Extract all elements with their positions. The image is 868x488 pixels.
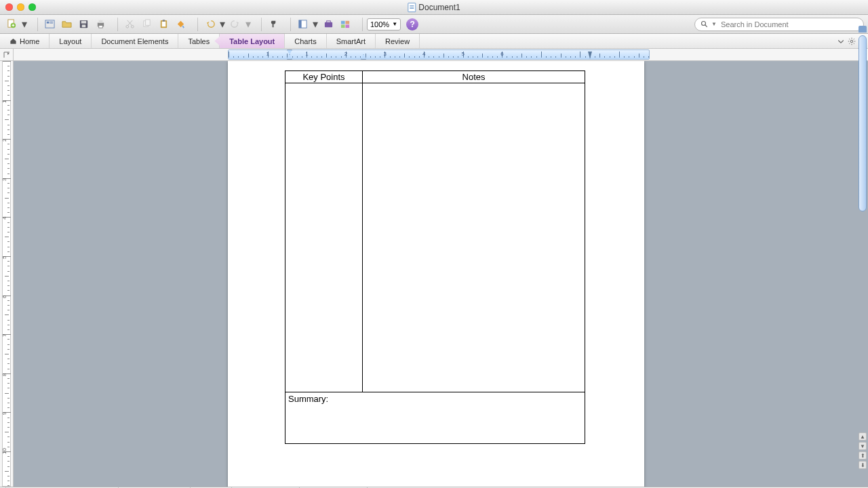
horizontal-ruler-row: 1123456 [0,49,868,61]
table-header-keypoints[interactable]: Key Points [285,71,363,83]
zoom-value: 100% [370,20,389,28]
search-icon [701,20,709,28]
svg-rect-20 [298,20,301,28]
svg-rect-8 [81,24,85,27]
search-placeholder: Search in Document [721,20,789,28]
svg-rect-25 [340,24,344,28]
tab-table-layout[interactable]: Table Layout [220,34,285,48]
open-button[interactable] [59,17,74,32]
table-cell-keypoints[interactable] [285,83,363,392]
svg-rect-4 [50,22,53,22]
window-controls [5,3,36,11]
svg-rect-24 [345,21,349,24]
vertical-ruler[interactable]: 1234567891011 [0,61,14,487]
sidebar-collapse-toggle[interactable] [859,26,867,33]
table-header-notes[interactable]: Notes [363,71,585,83]
cornell-notes-table[interactable]: Key Points Notes Summary: [285,70,585,444]
scroll-down-button[interactable]: ▼ [859,442,867,450]
window-titlebar: Document1 [0,0,868,15]
save-button[interactable] [76,17,91,32]
minimize-window-button[interactable] [17,3,24,11]
sidebar-dropdown[interactable]: ▾ [312,17,319,32]
format-painter-button[interactable] [173,17,188,32]
separator [261,18,262,31]
help-button[interactable]: ? [406,18,418,30]
gear-icon[interactable] [848,37,856,45]
svg-rect-7 [81,21,86,24]
tab-document-elements[interactable]: Document Elements [92,34,178,48]
cut-button[interactable] [122,17,137,32]
window-title: Document1 [408,3,460,12]
tab-review[interactable]: Review [376,34,420,48]
show-formatting-button[interactable] [266,17,281,32]
toolbox-button[interactable] [321,17,336,32]
document-icon [408,3,416,12]
separator [362,18,363,31]
svg-point-13 [131,25,134,28]
vertical-scrollbar[interactable]: ▲ ▼ ⬆ ⬇ [859,35,867,469]
zoom-window-button[interactable] [28,3,36,11]
right-margin-marker[interactable] [588,52,592,59]
paste-button[interactable] [156,17,171,32]
zoom-selector[interactable]: 100% ▼ [367,18,401,30]
ribbon-tabs: Home Layout Document Elements Tables Tab… [0,34,868,49]
separator [117,18,118,31]
new-document-button[interactable] [4,17,19,32]
separator [197,18,198,31]
close-window-button[interactable] [5,3,13,11]
chevron-down-icon: ▼ [392,21,397,27]
page-up-button[interactable]: ⬆ [859,451,867,460]
redo-button[interactable] [228,17,243,32]
svg-rect-3 [46,22,49,24]
undo-button[interactable] [202,17,217,32]
table-cell-summary[interactable]: Summary: [285,392,585,444]
template-button[interactable] [42,17,57,32]
table-cell-notes[interactable] [363,83,585,392]
new-document-dropdown[interactable]: ▾ [21,17,28,32]
print-button[interactable] [93,17,108,32]
chevron-down-icon[interactable] [837,37,845,45]
tab-tables[interactable]: Tables [178,34,220,48]
svg-rect-15 [145,20,150,25]
separator [290,18,291,31]
scroll-up-button[interactable]: ▲ [859,432,867,441]
tab-charts[interactable]: Charts [285,34,326,48]
svg-point-12 [125,25,128,28]
svg-rect-2 [45,20,54,28]
tab-home[interactable]: Home [0,34,50,48]
tab-layout[interactable]: Layout [50,34,92,48]
svg-rect-22 [326,21,330,23]
svg-rect-23 [340,21,344,24]
copy-button[interactable] [139,17,154,32]
page-down-button[interactable]: ⬇ [859,461,867,469]
document-canvas[interactable]: Key Points Notes Summary: [14,61,868,487]
main-toolbar: ▾ ▾ ▾ ▾ 100% ▼ ? ▼ Search in Doc [0,15,868,34]
horizontal-ruler[interactable]: 1123456 [228,49,650,60]
gallery-button[interactable] [338,17,353,32]
document-page: Key Points Notes Summary: [228,61,644,487]
svg-rect-10 [98,20,102,23]
svg-rect-17 [161,22,165,27]
undo-dropdown[interactable]: ▾ [219,17,226,32]
scrollbar-thumb[interactable] [859,35,867,211]
svg-point-28 [850,40,852,42]
document-title: Document1 [418,3,460,12]
ruler-origin-button[interactable] [0,49,14,61]
svg-rect-18 [162,20,165,22]
redo-dropdown[interactable]: ▾ [245,17,252,32]
tab-smartart[interactable]: SmartArt [327,34,376,48]
sidebar-toggle-button[interactable] [295,17,310,32]
svg-point-27 [702,21,706,25]
svg-rect-5 [50,23,53,24]
svg-rect-11 [98,25,102,28]
document-workspace: 1234567891011 Key Points Notes Summary: [0,61,868,487]
separator [37,18,38,31]
svg-rect-26 [345,24,349,28]
chevron-down-icon: ▼ [711,21,717,27]
search-input[interactable]: ▼ Search in Document [694,18,864,31]
